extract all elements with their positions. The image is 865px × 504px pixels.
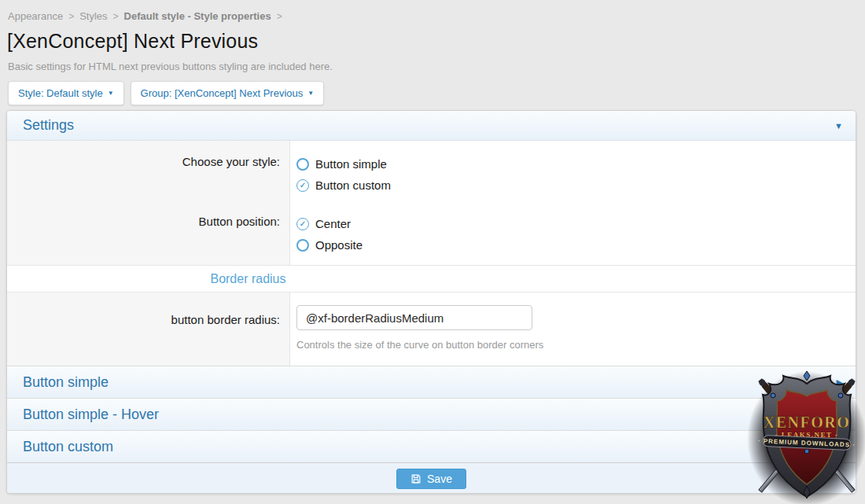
settings-section-header[interactable]: Settings ▼ (7, 111, 856, 141)
form-row-border-radius: button border radius: Controls the size … (7, 292, 856, 366)
group-dropdown-button[interactable]: Group: [XenConcept] Next Previous ▼ (131, 81, 325, 105)
radio-icon[interactable] (296, 239, 309, 252)
section-header-button-simple-hover[interactable]: Button simple - Hover (7, 398, 856, 430)
breadcrumb-separator-icon: > (277, 11, 282, 22)
radio-label: Center (315, 217, 351, 230)
radio-group-choose-style: Button simple Button custom (290, 141, 856, 204)
breadcrumb-item-appearance[interactable]: Appearance (8, 10, 63, 22)
breadcrumb-separator-icon: > (113, 11, 119, 22)
chevron-down-icon: ▼ (834, 121, 843, 131)
chevron-down-icon: ▼ (108, 90, 114, 97)
minor-header-row: Border radius (7, 265, 856, 292)
section-title: Button simple - Hover (23, 407, 159, 423)
radio-group-button-position: Center Opposite (290, 204, 856, 265)
minor-header-border-radius: Border radius (7, 272, 489, 286)
breadcrumb-item-style-properties[interactable]: Default style - Style properties (124, 10, 271, 22)
explain-text: Controls the size of the curve on button… (296, 339, 856, 351)
border-radius-field-wrap: Controls the size of the curve on button… (290, 292, 856, 366)
radio-label: Opposite (315, 238, 363, 252)
page-title: [XenConcept] Next Previous (7, 30, 258, 53)
border-radius-input[interactable] (296, 305, 532, 330)
filter-bar: Style: Default style ▼ Group: [XenConcep… (8, 81, 324, 105)
style-properties-block: Settings ▼ Choose your style: Button sim… (6, 110, 856, 494)
section-title: Button simple (23, 374, 109, 391)
form-label: button border radius: (7, 292, 290, 366)
form-row-button-position: Button position: Center Opposite (7, 204, 856, 265)
section-header-button-custom[interactable]: Button custom (7, 430, 856, 462)
radio-label: Button simple (315, 157, 387, 171)
radio-checked-icon[interactable] (296, 218, 309, 230)
form-label: Choose your style: (7, 141, 290, 204)
section-header-button-simple[interactable]: Button simple ▶ (7, 366, 856, 398)
save-button-label: Save (427, 473, 452, 485)
breadcrumb: Appearance > Styles > Default style - St… (8, 10, 282, 22)
floppy-disk-icon (410, 473, 421, 484)
radio-option-button-custom[interactable]: Button custom (296, 175, 856, 196)
chevron-down-icon: ▼ (307, 90, 314, 97)
admin-style-properties-page: Appearance > Styles > Default style - St… (0, 0, 865, 504)
style-dropdown-button[interactable]: Style: Default style ▼ (8, 81, 124, 105)
save-button[interactable]: Save (396, 469, 466, 489)
radio-icon[interactable] (296, 158, 309, 171)
section-title: Button custom (23, 439, 113, 455)
style-dropdown-label: Style: Default style (18, 87, 103, 99)
page-description: Basic settings for HTML next previous bu… (8, 61, 333, 72)
group-dropdown-label: Group: [XenConcept] Next Previous (141, 87, 304, 99)
chevron-right-icon: ▶ (837, 377, 843, 388)
settings-section-title: Settings (23, 117, 74, 134)
breadcrumb-item-styles[interactable]: Styles (79, 10, 107, 22)
radio-option-opposite[interactable]: Opposite (296, 234, 856, 256)
radio-option-button-simple[interactable]: Button simple (296, 153, 856, 175)
form-row-choose-style: Choose your style: Button simple Button … (7, 141, 856, 204)
form-label: Button position: (7, 204, 290, 265)
footer-bar: Save (7, 462, 856, 494)
radio-checked-icon[interactable] (296, 179, 309, 192)
breadcrumb-separator-icon: > (68, 11, 74, 22)
radio-label: Button custom (315, 178, 391, 192)
radio-option-center[interactable]: Center (296, 213, 856, 234)
